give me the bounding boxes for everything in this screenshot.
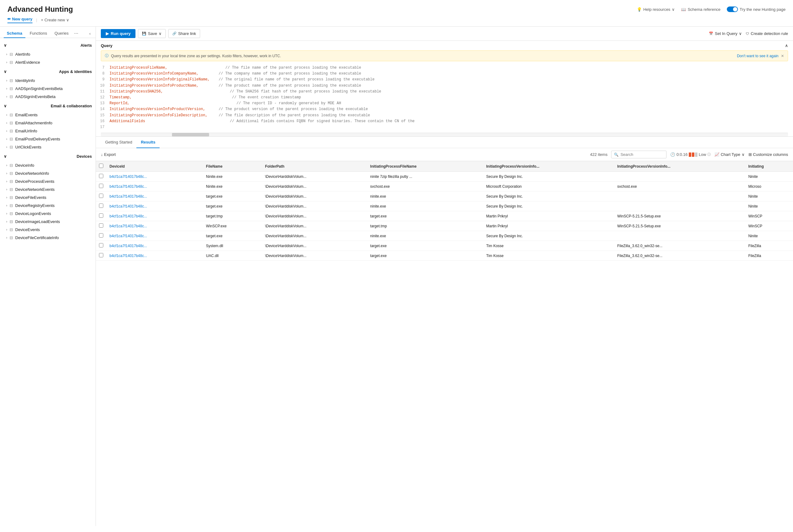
row-checkbox[interactable] bbox=[99, 184, 103, 188]
timing-bars bbox=[689, 152, 697, 157]
col-deviceid[interactable]: DeviceId bbox=[107, 161, 203, 172]
row-checkbox[interactable] bbox=[99, 233, 103, 238]
cell-deviceid[interactable]: b4cf1ca7f14017b48c... bbox=[107, 241, 203, 251]
col-filename[interactable]: FileName bbox=[203, 161, 262, 172]
create-new-btn[interactable]: + Create new ∨ bbox=[41, 18, 69, 22]
col-verinfo2[interactable]: InitiatingProcessVersionInfo... bbox=[614, 161, 746, 172]
tab-functions[interactable]: Functions bbox=[26, 29, 50, 38]
sidebar-item-deviceregistryevents[interactable]: › ⊟ DeviceRegistryEvents ⋮ bbox=[2, 201, 96, 209]
search-input[interactable] bbox=[620, 152, 664, 157]
table-icon: ⊟ bbox=[9, 129, 13, 133]
horizontal-scrollbar[interactable] bbox=[101, 133, 788, 136]
sidebar-item-aadspn[interactable]: › ⊟ AADSpnSignInEventsBeta ⋮ bbox=[2, 84, 96, 93]
search-box[interactable]: 🔍 bbox=[611, 151, 666, 158]
row-checkbox[interactable] bbox=[99, 174, 103, 178]
row-checkbox[interactable] bbox=[99, 243, 103, 247]
dont-show-link[interactable]: Don't want to see it again bbox=[737, 54, 778, 58]
help-resources-btn[interactable]: 💡 Help resources ∨ bbox=[637, 7, 675, 12]
cell-deviceid[interactable]: b4cf1ca7f14017b48c... bbox=[107, 172, 203, 182]
more-icon[interactable]: ··· bbox=[74, 31, 78, 36]
sidebar-item-devicenetworkinfo[interactable]: › ⊟ DeviceNetworkInfo ⋮ bbox=[2, 169, 96, 177]
save-button[interactable]: 💾 Save ∨ bbox=[138, 29, 166, 38]
run-query-button[interactable]: ▶ Run query bbox=[101, 29, 135, 38]
cell-deviceid[interactable]: b4cf1ca7f14017b48c... bbox=[107, 251, 203, 261]
cell-deviceid[interactable]: b4cf1ca7f14017b48c... bbox=[107, 201, 203, 211]
sidebar-item-devicenetworkevents[interactable]: › ⊟ DeviceNetworkEvents ⋮ bbox=[2, 185, 96, 193]
row-checkbox[interactable] bbox=[99, 223, 103, 228]
sidebar-section-email-header[interactable]: ∨ Email & collaboration bbox=[0, 101, 96, 111]
sidebar-item-deviceimageloadevents[interactable]: › ⊟ DeviceImageLoadEvents ⋮ bbox=[2, 217, 96, 226]
row-checkbox-cell[interactable] bbox=[96, 231, 107, 241]
sidebar-item-aadsignin[interactable]: › ⊟ AADSignInEventsBeta ⋮ bbox=[2, 93, 96, 100]
sidebar-collapse-btn[interactable]: ‹ bbox=[88, 30, 92, 37]
notice-bar: ⓘ Query results are presented in your lo… bbox=[101, 51, 788, 61]
create-detection-rule-button[interactable]: 🛡 Create detection rule bbox=[746, 31, 788, 36]
sidebar-item-devicelogonevents[interactable]: › ⊟ DeviceLogonEvents ⋮ bbox=[2, 209, 96, 217]
sidebar-item-devicefileevents[interactable]: › ⊟ DeviceFileEvents ⋮ bbox=[2, 193, 96, 201]
sidebar-item-deviceprocessevents[interactable]: › ⊟ DeviceProcessEvents ⋮ bbox=[2, 177, 96, 185]
sidebar-section-apps-header[interactable]: ∨ Apps & identities bbox=[0, 67, 96, 76]
toggle-switch[interactable] bbox=[727, 6, 738, 12]
sidebar-item-alertinfo[interactable]: › ⊟ AlertInfo ⋮ bbox=[2, 50, 96, 58]
tab-getting-started[interactable]: Getting Started bbox=[101, 137, 136, 148]
sidebar-item-emailpostdelivery[interactable]: › ⊟ EmailPostDeliveryEvents ⋮ bbox=[2, 135, 96, 143]
tab-results[interactable]: Results bbox=[136, 137, 160, 148]
sidebar-item-emailattachment[interactable]: › ⊟ EmailAttachmentInfo ⋮ bbox=[2, 119, 96, 127]
cell-initiating: FileZilla bbox=[745, 241, 793, 251]
row-checkbox[interactable] bbox=[99, 253, 103, 257]
cell-deviceid[interactable]: b4cf1ca7f14017b48c... bbox=[107, 211, 203, 221]
row-checkbox[interactable] bbox=[99, 204, 103, 208]
col-folderpath[interactable]: FolderPath bbox=[262, 161, 367, 172]
results-table-wrap[interactable]: DeviceId FileName FolderPath InitiatingP… bbox=[96, 161, 793, 526]
sidebar-item-deviceevents[interactable]: › ⊟ DeviceEvents ⋮ bbox=[2, 226, 96, 233]
sidebar-item-identityinfo[interactable]: › ⊟ IdentityInfo ⋮ bbox=[2, 76, 96, 84]
sidebar-item-alertevidence[interactable]: › ⊟ AlertEvidence ⋮ bbox=[2, 58, 96, 66]
select-all-header[interactable] bbox=[96, 161, 107, 172]
try-new-toggle[interactable]: Try the new Hunting page bbox=[727, 6, 786, 12]
sidebar-section-alerts-header[interactable]: ∨ Alerts bbox=[0, 40, 96, 50]
sidebar: Schema Functions Queries ··· ‹ ∨ Alerts … bbox=[0, 26, 96, 526]
row-checkbox[interactable] bbox=[99, 213, 103, 218]
sidebar-item-devicefilecertificateinfo[interactable]: › ⊟ DeviceFileCertificateInfo ⋮ bbox=[2, 233, 96, 242]
sidebar-section-devices-header[interactable]: ∨ Devices bbox=[0, 152, 96, 161]
row-checkbox-cell[interactable] bbox=[96, 251, 107, 261]
col-initiating[interactable]: Initiating bbox=[745, 161, 793, 172]
row-checkbox-cell[interactable] bbox=[96, 211, 107, 221]
row-checkbox-cell[interactable] bbox=[96, 182, 107, 191]
export-button[interactable]: ↓ Export bbox=[101, 152, 116, 157]
customize-columns-button[interactable]: ⊞ Customize columns bbox=[749, 152, 788, 157]
share-link-button[interactable]: 🔗 Share link bbox=[168, 29, 200, 38]
row-checkbox-cell[interactable] bbox=[96, 172, 107, 182]
tab-schema[interactable]: Schema bbox=[4, 29, 25, 38]
chevron-icon: › bbox=[6, 87, 7, 90]
query-collapse-icon[interactable]: ∧ bbox=[785, 43, 788, 48]
row-checkbox-cell[interactable] bbox=[96, 241, 107, 251]
columns-icon: ⊞ bbox=[749, 152, 752, 157]
cell-deviceid[interactable]: b4cf1ca7f14017b48c... bbox=[107, 231, 203, 241]
sidebar-item-emailevents[interactable]: › ⊟ EmailEvents ⋮ bbox=[2, 111, 96, 119]
sidebar-item-deviceinfo[interactable]: › ⊟ DeviceInfo ⋮ bbox=[2, 161, 96, 169]
cell-folderpath: \Device\HarddiskVolum... bbox=[262, 221, 367, 231]
row-checkbox-cell[interactable] bbox=[96, 191, 107, 201]
schema-reference-btn[interactable]: 📖 Schema reference bbox=[681, 7, 720, 12]
row-checkbox[interactable] bbox=[99, 194, 103, 198]
tab-queries[interactable]: Queries bbox=[51, 29, 72, 38]
cell-deviceid[interactable]: b4cf1ca7f14017b48c... bbox=[107, 182, 203, 191]
chevron-icon: › bbox=[6, 164, 7, 167]
chart-type-button[interactable]: 📈 Chart Type ∨ bbox=[714, 152, 744, 157]
row-checkbox-cell[interactable] bbox=[96, 221, 107, 231]
row-checkbox-cell[interactable] bbox=[96, 201, 107, 211]
new-query-btn[interactable]: ✏ New query bbox=[7, 17, 33, 23]
cell-deviceid[interactable]: b4cf1ca7f14017b48c... bbox=[107, 221, 203, 231]
sidebar-item-emailurl[interactable]: › ⊟ EmailUrlInfo ⋮ bbox=[2, 127, 96, 135]
sidebar-item-urlclick[interactable]: › ⊟ UrlClickEvents ⋮ bbox=[2, 143, 96, 151]
cell-deviceid[interactable]: b4cf1ca7f14017b48c... bbox=[107, 191, 203, 201]
shield-icon: 🛡 bbox=[746, 32, 749, 36]
col-initiatingprocessfilename[interactable]: InitiatingProcessFileName bbox=[367, 161, 483, 172]
col-verinfo1[interactable]: InitiatingProcessVersionInfo... bbox=[483, 161, 614, 172]
code-editor[interactable]: 7 InitiatingProcessFileName, // The file… bbox=[96, 64, 793, 131]
chevron-icon: › bbox=[6, 188, 7, 191]
set-in-query-button[interactable]: 📅 Set In Query ∨ bbox=[709, 31, 742, 36]
notice-dismiss-btn[interactable]: ✕ bbox=[781, 54, 784, 58]
select-all-checkbox[interactable] bbox=[99, 164, 103, 168]
